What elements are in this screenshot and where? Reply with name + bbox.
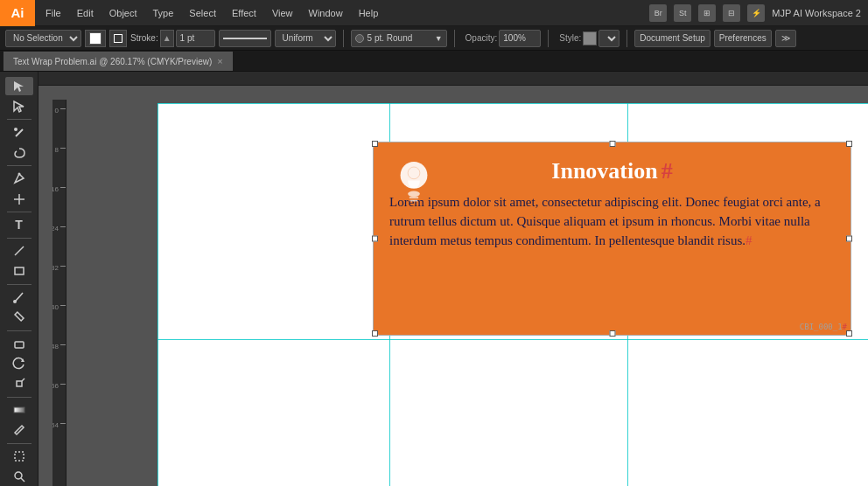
rotate-tool[interactable] — [5, 355, 33, 373]
document-tab[interactable]: Text Wrap Problem.ai @ 260.17% (CMYK/Pre… — [4, 52, 233, 71]
tool-divider-1 — [7, 119, 32, 120]
tab-bar: Text Wrap Problem.ai @ 260.17% (CMYK/Pre… — [0, 51, 868, 72]
stock-icon[interactable]: St — [674, 4, 691, 22]
artboard-tool[interactable] — [5, 448, 33, 466]
tool-divider-4 — [7, 238, 32, 239]
stroke-line-picker[interactable] — [219, 30, 271, 47]
guide-line-h1 — [158, 103, 868, 104]
ruler-v-tick — [60, 187, 66, 188]
eraser-tool[interactable] — [5, 335, 33, 353]
canvas-content[interactable]: 0 8 16 24 32 40 48 56 64 — [52, 86, 868, 486]
arrangement-icon[interactable]: ⊟ — [723, 4, 740, 22]
menu-view[interactable]: View — [265, 5, 300, 21]
scale-tool[interactable] — [5, 375, 33, 393]
style-select[interactable] — [598, 30, 620, 47]
uniform-select[interactable]: Uniform — [275, 30, 336, 47]
card-body-text: Lorem ipsum dolor sit amet, consectetur … — [389, 195, 821, 247]
brush-select[interactable]: 5 pt. Round ▼ — [351, 30, 447, 47]
ruler-v-label: 56 — [52, 382, 59, 390]
selection-tool[interactable] — [5, 77, 33, 95]
workspace-label: MJP AI Workspace 2 — [772, 8, 861, 18]
selection-handle-tm[interactable] — [609, 141, 615, 147]
divider-1 — [343, 30, 344, 47]
style-swatch[interactable] — [583, 31, 597, 45]
divider-3 — [548, 30, 549, 47]
card-body-hash: # — [746, 233, 752, 247]
ruler-v-tick — [60, 384, 66, 385]
card-title: Innovation# — [389, 158, 835, 184]
menu-edit[interactable]: Edit — [70, 5, 101, 21]
brush-arrow[interactable]: ▼ — [435, 34, 443, 43]
tab-close-button[interactable]: × — [217, 56, 222, 66]
control-bar: No Selection Stroke: ▲ Uniform 5 pt. Rou… — [0, 26, 868, 51]
tool-divider-5 — [7, 284, 32, 285]
type-tool[interactable]: T — [5, 216, 33, 234]
stroke-value-input[interactable] — [176, 30, 215, 47]
svg-point-2 — [18, 173, 20, 176]
gradient-tool[interactable] — [5, 401, 33, 420]
bridge-icon[interactable]: Br — [649, 4, 667, 22]
stroke-label: Stroke: — [130, 33, 158, 43]
selection-handle-tr[interactable] — [846, 141, 852, 147]
extra-options-button[interactable]: ≫ — [775, 30, 796, 47]
menu-window[interactable]: Window — [302, 5, 350, 21]
document-setup-button[interactable]: Document Setup — [634, 30, 710, 47]
line-tool[interactable] — [5, 242, 33, 260]
ruler-v-tick — [60, 344, 66, 345]
ruler-v-label: 0 — [55, 107, 59, 115]
eyedropper-tool[interactable] — [5, 421, 33, 440]
ai-logo[interactable]: Ai — [0, 0, 35, 26]
rect-tool[interactable] — [5, 262, 33, 281]
workspace-arrow-icon[interactable]: ⚡ — [747, 4, 765, 22]
innovation-card[interactable]: Innovation# Lorem ipsum dolor sit amet, … — [374, 142, 850, 335]
tool-divider-2 — [7, 165, 32, 166]
ruler-v-label: 16 — [52, 185, 59, 193]
fill-swatch[interactable] — [89, 32, 102, 45]
menu-file[interactable]: File — [38, 5, 68, 21]
paintbrush-tool[interactable] — [5, 288, 33, 307]
pencil-tool[interactable] — [5, 309, 33, 327]
menu-type[interactable]: Type — [146, 5, 181, 21]
ruler-v-tick — [60, 305, 66, 306]
stroke-swatch[interactable] — [109, 30, 127, 47]
selection-handle-br[interactable] — [846, 330, 852, 337]
direct-selection-tool[interactable] — [5, 97, 33, 115]
search-apps-icon[interactable]: ⊞ — [698, 4, 716, 22]
lasso-tool[interactable] — [5, 143, 33, 162]
menu-effect[interactable]: Effect — [225, 5, 263, 21]
svg-point-16 — [408, 191, 420, 197]
magic-wand-tool[interactable] — [5, 123, 33, 142]
menu-select[interactable]: Select — [182, 5, 223, 21]
selection-handle-bl[interactable] — [372, 330, 378, 337]
stroke-arrow-up[interactable]: ▲ — [163, 33, 172, 43]
ruler-v-label: 40 — [52, 303, 59, 311]
divider-2 — [454, 30, 455, 47]
ruler-v-label: 8 — [55, 146, 59, 154]
menu-help[interactable]: Help — [352, 5, 386, 21]
tool-divider-6 — [7, 330, 32, 331]
preferences-button[interactable]: Preferences — [714, 30, 772, 47]
selection-handle-ml[interactable] — [372, 236, 378, 242]
divider-4 — [626, 30, 627, 47]
brush-dot — [355, 34, 364, 43]
selection-handle-mr[interactable] — [846, 236, 852, 242]
ruler-v-label: 48 — [52, 343, 59, 351]
pen-tool[interactable] — [5, 170, 33, 188]
selection-dropdown[interactable]: No Selection — [5, 30, 81, 47]
menu-object[interactable]: Object — [102, 5, 144, 21]
card-body: Lorem ipsum dolor sit amet, consectetur … — [389, 193, 835, 250]
ruler-corner — [38, 72, 52, 85]
zoom-tool[interactable] — [5, 468, 33, 486]
canvas-area[interactable]: -84 36 36 144 216 252 288 0 — [38, 72, 868, 486]
opacity-input[interactable] — [499, 30, 541, 47]
opacity-control: Opacity: — [462, 30, 542, 47]
selection-handle-tl[interactable] — [372, 141, 378, 147]
ruler-v-label: 24 — [52, 225, 59, 233]
bulb-icon — [388, 156, 440, 209]
add-anchor-tool[interactable] — [5, 190, 33, 208]
svg-line-14 — [21, 478, 24, 482]
svg-line-10 — [22, 378, 24, 381]
selection-handle-bm[interactable] — [609, 330, 615, 337]
menu-items: File Edit Object Type Select Effect View… — [35, 5, 649, 21]
svg-rect-12 — [15, 452, 24, 461]
